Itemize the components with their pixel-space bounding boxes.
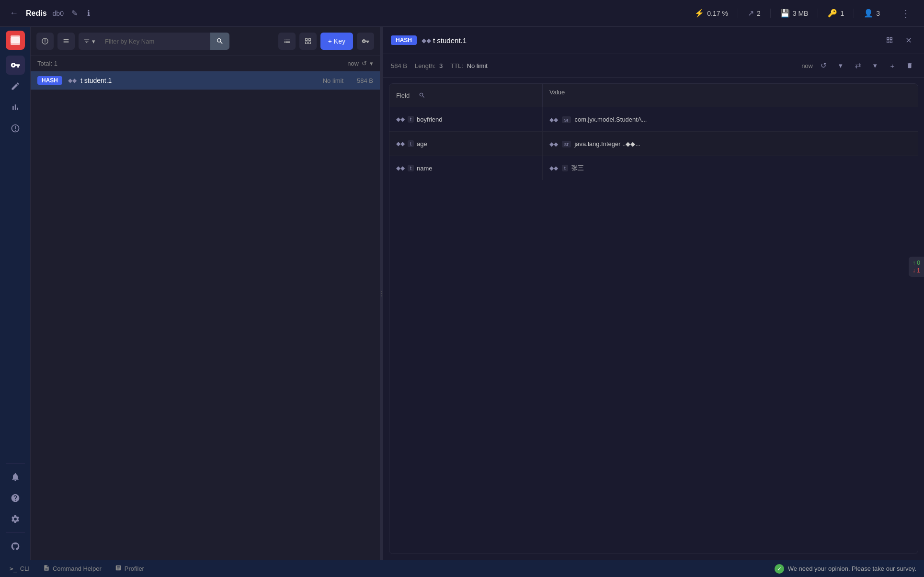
clients-value: 3 xyxy=(876,10,880,17)
clients-icon: 👤 xyxy=(864,9,873,18)
sidebar-item-help[interactable] xyxy=(6,488,25,508)
delete-name-button[interactable] xyxy=(899,162,911,174)
table-row[interactable]: ◆◆ t boyfriend ◆◆ sr com.jyx.model.Stude… xyxy=(389,107,918,132)
key-list-meta: Total: 1 now ↺ ▾ xyxy=(31,56,380,71)
delete-age-button[interactable] xyxy=(899,137,911,150)
cpu-value: 0.17 % xyxy=(707,10,728,17)
filter-search-button[interactable] xyxy=(210,33,229,50)
scan-button[interactable] xyxy=(36,33,54,50)
layout-button[interactable] xyxy=(278,33,296,50)
app-logo xyxy=(6,31,25,50)
sidebar-item-bell[interactable] xyxy=(6,467,25,486)
sidebar-item-pubsub[interactable] xyxy=(6,119,25,138)
data-table: Field Value ◆◆ t boyfriend xyxy=(389,83,918,554)
value-type-boyfriend: sr xyxy=(562,116,571,123)
sidebar-item-keys[interactable] xyxy=(6,56,25,75)
value-type-age: sr xyxy=(562,141,571,147)
delete-boyfriend-button[interactable] xyxy=(899,113,911,125)
field-cell-boyfriend: ◆◆ t boyfriend xyxy=(389,107,543,131)
table-row[interactable]: ◆◆ t name ◆◆ t 张三 xyxy=(389,156,918,180)
value-type-name: t xyxy=(562,165,568,171)
profiler-icon xyxy=(115,565,122,573)
edit-name-button[interactable] xyxy=(883,162,896,174)
key-list-panel: ▾ xyxy=(31,27,380,560)
detail-size: 584 B xyxy=(391,62,407,69)
detail-format-button[interactable] xyxy=(882,33,897,48)
add-key-button[interactable]: + Key xyxy=(320,33,353,50)
field-diamond-2: ◆◆ xyxy=(396,140,405,147)
key-options-button[interactable] xyxy=(357,33,374,50)
value-cell-boyfriend: ◆◆ sr com.jyx.model.StudentA... xyxy=(543,107,918,131)
connections-stat: ↗ 2 xyxy=(738,9,771,18)
detail-expand-button[interactable]: ▾ xyxy=(834,59,847,72)
edit-boyfriend-button[interactable] xyxy=(883,113,896,125)
field-name-boyfriend: boyfriend xyxy=(417,116,442,123)
filter-input[interactable] xyxy=(100,33,210,50)
grid-button[interactable] xyxy=(299,33,317,50)
detail-add-button[interactable]: + xyxy=(886,59,899,72)
value-diamond-2: ◆◆ xyxy=(549,141,558,147)
app-title: Redis xyxy=(26,9,47,18)
detail-key-diamond: ◆◆ xyxy=(422,37,431,44)
cli-icon: >_ xyxy=(10,565,17,572)
float-badge-up: ↑ 0 xyxy=(913,260,920,266)
field-cell-name: ◆◆ t name xyxy=(389,156,543,180)
key-list-table: HASH ◆◆ t student.1 No limit 584 B xyxy=(31,71,380,560)
db-label: db0 xyxy=(53,10,64,17)
sidebar-item-settings[interactable] xyxy=(6,509,25,529)
field-diamond-1: ◆◆ xyxy=(396,116,405,123)
detail-delete-button[interactable] xyxy=(903,59,916,72)
value-content-boyfriend: ◆◆ sr com.jyx.model.StudentA... xyxy=(549,116,647,123)
detail-close-button[interactable] xyxy=(901,33,916,48)
titlebar: ← Redis db0 ✎ ℹ ⚡ 0.17 % ↗ 2 💾 3 MB 🔑 1 … xyxy=(0,0,924,27)
expand-icon[interactable]: ▾ xyxy=(370,60,373,67)
key-name-with-icons: ◆◆ t student.1 xyxy=(68,77,112,84)
field-cell-age: ◆◆ t age xyxy=(389,132,543,156)
connections-icon: ↗ xyxy=(748,9,754,18)
detail-timestamp: now xyxy=(801,62,813,69)
profiler-label: Profiler xyxy=(125,565,144,572)
profiler-tab[interactable]: Profiler xyxy=(113,560,146,577)
sidebar-item-edit[interactable] xyxy=(6,77,25,96)
value-cell-name: ◆◆ t 张三 xyxy=(543,156,918,180)
meta-timestamp: now xyxy=(347,60,359,67)
connections-value: 2 xyxy=(757,10,761,17)
survey-notice[interactable]: ✓ We need your opinion. Please take our … xyxy=(775,564,916,574)
table-header: Field Value xyxy=(389,84,918,107)
stats-bar: ⚡ 0.17 % ↗ 2 💾 3 MB 🔑 1 👤 3 xyxy=(685,9,890,18)
edit-age-button[interactable] xyxy=(883,137,896,150)
cpu-stat: ⚡ 0.17 % xyxy=(685,9,738,18)
field-col-label: Field xyxy=(396,92,410,99)
key-type-badge: HASH xyxy=(37,76,62,85)
cli-tab[interactable]: >_ CLI xyxy=(8,560,32,577)
sidebar-item-github[interactable] xyxy=(6,537,25,556)
field-name-age: age xyxy=(417,140,427,147)
list-view-button[interactable] xyxy=(57,33,75,50)
more-menu-button[interactable]: ⋮ xyxy=(895,8,916,19)
field-search-button[interactable] xyxy=(415,89,429,102)
detail-key-name-text: t student.1 xyxy=(433,36,467,45)
edit-icon[interactable]: ✎ xyxy=(69,7,80,20)
info-icon[interactable]: ℹ xyxy=(85,7,92,20)
filter-type-button[interactable]: ▾ xyxy=(79,33,100,50)
table-row[interactable]: ◆◆ t age ◆◆ sr java.lang.Integer ..◆◆... xyxy=(389,132,918,156)
detail-switch-button[interactable]: ⇄ xyxy=(851,59,865,72)
back-button[interactable]: ← xyxy=(8,6,20,20)
detail-expand2-button[interactable]: ▾ xyxy=(868,59,882,72)
filter-group: ▾ xyxy=(79,33,229,50)
key-row[interactable]: HASH ◆◆ t student.1 No limit 584 B xyxy=(31,71,380,90)
value-text-boyfriend: com.jyx.model.StudentA... xyxy=(574,116,647,123)
total-count: Total: 1 xyxy=(37,60,57,67)
memory-value: 3 MB xyxy=(793,10,809,17)
command-helper-tab[interactable]: Command Helper xyxy=(41,560,103,577)
detail-refresh-button[interactable]: ↺ xyxy=(817,59,830,72)
detail-header: HASH ◆◆ t student.1 xyxy=(383,27,924,54)
detail-panel: HASH ◆◆ t student.1 xyxy=(383,27,924,560)
command-helper-icon xyxy=(43,565,50,573)
sidebar-item-chart[interactable] xyxy=(6,98,25,117)
field-type-boyfriend: t xyxy=(408,116,414,123)
value-cell-age: ◆◆ sr java.lang.Integer ..◆◆... xyxy=(543,132,918,156)
value-content-age: ◆◆ sr java.lang.Integer ..◆◆... xyxy=(549,140,640,147)
key-name-text: t student.1 xyxy=(80,77,112,84)
refresh-icon[interactable]: ↺ xyxy=(362,60,367,67)
